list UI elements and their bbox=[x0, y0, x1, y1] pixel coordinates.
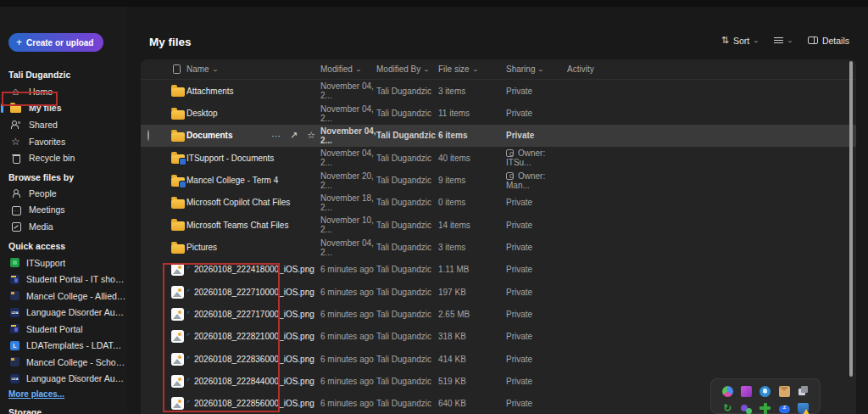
row-icon-cell bbox=[166, 130, 186, 142]
sharing-cell: Private bbox=[506, 288, 567, 297]
file-size-cell: 3 items bbox=[438, 243, 506, 252]
sharing-cell: Private bbox=[506, 377, 567, 386]
more-places-link[interactable]: More places... bbox=[8, 389, 64, 399]
modified-cell: November 04, 2... bbox=[320, 148, 376, 167]
file-size-cell: 6 items bbox=[438, 131, 506, 140]
file-name-label: 20260108_222418000_iOS.png bbox=[194, 265, 314, 274]
color-wheel-icon[interactable] bbox=[722, 386, 733, 397]
file-name: Microsoft Teams Chat Files bbox=[186, 221, 320, 230]
file-name-label: Mancel College - Term 4 bbox=[186, 176, 278, 185]
quick-access-item-language-disorder-austra[interactable]: LDALanguage Disorder Austra... bbox=[0, 371, 127, 388]
quick-access-item-ldatemplates-ldatempl[interactable]: LLDATemplates - LDATempl... bbox=[0, 338, 127, 355]
vertical-scrollbar[interactable] bbox=[849, 61, 853, 377]
row-icon-cell bbox=[166, 85, 186, 97]
site-navy-text-icon: LDA bbox=[10, 308, 19, 317]
column-header-sharing[interactable]: Sharing⌄ bbox=[506, 64, 567, 74]
contacts-icon[interactable] bbox=[741, 403, 752, 414]
table-row-20260108-222821000-ios-png[interactable]: →20260108_222821000_iOS.png6 minutes ago… bbox=[141, 326, 856, 348]
quick-access-list: ITSupportStudent Portal - IT shortcutMan… bbox=[0, 255, 127, 387]
copy-pages-icon[interactable] bbox=[798, 386, 809, 397]
file-list-panel: Name⌄ Modified⌄ Modified By⌄ File size⌄ … bbox=[141, 59, 856, 414]
share-icon[interactable]: ↗ bbox=[290, 130, 298, 141]
file-size-cell: 14 items bbox=[438, 221, 506, 230]
column-header-modified[interactable]: Modified⌄ bbox=[320, 64, 376, 74]
sidebar-item-people[interactable]: People bbox=[0, 185, 127, 202]
sharing-cell: Private bbox=[506, 243, 567, 252]
purple-app-icon[interactable] bbox=[741, 386, 752, 397]
file-name: Desktop bbox=[186, 109, 320, 118]
quick-access-item-mancel-college-school[interactable]: Mancel College - School ... bbox=[0, 354, 127, 371]
table-row-mancel-college-term-4[interactable]: Mancel College - Term 4November 20, 2...… bbox=[141, 169, 856, 191]
table-row-20260108-222836000-ios-png[interactable]: →20260108_222836000_iOS.png6 minutes ago… bbox=[141, 348, 856, 370]
health-plus-icon[interactable] bbox=[760, 403, 771, 414]
modified-by-cell: Tali Dugandzic bbox=[376, 198, 438, 207]
file-size-cell: 0 items bbox=[438, 198, 506, 207]
file-name-label: Desktop bbox=[186, 109, 218, 118]
sharing-label: Private bbox=[506, 87, 532, 96]
file-size-cell: 3 items bbox=[438, 87, 506, 96]
table-row-20260108-222717000-ios-png[interactable]: →20260108_222717000_iOS.png6 minutes ago… bbox=[141, 303, 856, 325]
row-icon-cell bbox=[166, 263, 186, 276]
table-row-desktop[interactable]: DesktopNovember 04, 2...Tali Dugandzic11… bbox=[141, 102, 856, 124]
sidebar-item-recycle-bin[interactable]: Recycle bin bbox=[0, 149, 127, 166]
row-checkbox[interactable] bbox=[147, 130, 149, 141]
table-row-attachments[interactable]: AttachmentsNovember 04, 2...Tali Dugandz… bbox=[141, 80, 856, 102]
table-row-documents[interactable]: Documents···↗☆November 04, 2...Tali Duga… bbox=[141, 125, 856, 147]
window-top-strip bbox=[0, 0, 868, 7]
chevron-down-icon: ⌄ bbox=[753, 37, 760, 44]
file-name: →20260108_222836000_iOS.png bbox=[186, 355, 320, 364]
user-name: Tali Dugandzic bbox=[8, 70, 70, 80]
site-green-icon bbox=[10, 258, 19, 267]
selected-indicator bbox=[1, 104, 3, 113]
folder-icon bbox=[171, 221, 185, 231]
modified-by-cell: Tali Dugandzic bbox=[376, 288, 438, 297]
sidebar-item-media[interactable]: Media bbox=[0, 218, 127, 235]
column-header-modified-by[interactable]: Modified By⌄ bbox=[376, 64, 438, 74]
file-type-column-header[interactable] bbox=[166, 64, 186, 74]
image-file-icon bbox=[171, 286, 184, 299]
chevron-down-icon: ⌄ bbox=[537, 66, 544, 73]
column-header-name[interactable]: Name⌄ bbox=[186, 64, 320, 74]
file-name: ITSupport - Documents bbox=[186, 154, 320, 163]
file-size-cell: 519 KB bbox=[438, 377, 506, 386]
table-row-20260108-222710000-ios-png[interactable]: →20260108_222710000_iOS.png6 minutes ago… bbox=[141, 281, 856, 303]
plus-icon: + bbox=[16, 36, 22, 48]
more-options-icon[interactable]: ··· bbox=[271, 131, 281, 141]
view-options-button[interactable]: ⌄ bbox=[774, 37, 793, 44]
quick-access-label: Mancel College - Allied H... bbox=[26, 291, 126, 301]
file-size-cell: 1.11 MB bbox=[438, 265, 506, 274]
quick-access-item-itsupport[interactable]: ITSupport bbox=[0, 255, 127, 271]
security-shield-warning-icon[interactable] bbox=[798, 403, 809, 414]
sidebar-item-favorites[interactable]: Favorites bbox=[0, 133, 127, 150]
table-row-microsoft-copilot-chat-files[interactable]: Microsoft Copilot Chat FilesNovember 18,… bbox=[141, 192, 856, 214]
file-name-label: ITSupport - Documents bbox=[186, 154, 274, 163]
details-button[interactable]: Details bbox=[808, 36, 849, 46]
table-row-pictures[interactable]: PicturesNovember 04, 2...Tali Dugandzic3… bbox=[141, 236, 856, 258]
table-row-itsupport-documents[interactable]: ITSupport - DocumentsNovember 04, 2...Ta… bbox=[141, 147, 856, 169]
quick-access-item-student-portal-it-shortcut[interactable]: Student Portal - IT shortcut bbox=[0, 271, 127, 288]
quick-access-item-language-disorder-austra[interactable]: LDALanguage Disorder Austra... bbox=[0, 305, 127, 322]
chevron-down-icon: ⌄ bbox=[355, 66, 362, 73]
sharing-label: Private bbox=[506, 332, 532, 341]
sort-button[interactable]: ⇅ Sort ⌄ bbox=[721, 35, 759, 46]
camera-app-icon[interactable] bbox=[760, 386, 771, 397]
column-header-file-size[interactable]: File size⌄ bbox=[438, 64, 506, 74]
sidebar-item-shared[interactable]: Shared bbox=[0, 116, 127, 133]
column-header-activity[interactable]: Activity bbox=[567, 64, 856, 74]
sync-icon[interactable] bbox=[722, 403, 733, 414]
modified-by-cell: Tali Dugandzic bbox=[376, 265, 438, 274]
row-icon-cell bbox=[166, 219, 186, 231]
quick-access-item-student-portal[interactable]: Student Portal bbox=[0, 321, 127, 338]
sidebar-item-meetings[interactable]: Meetings bbox=[0, 202, 127, 219]
zoom-icon[interactable] bbox=[779, 406, 790, 413]
sidebar-item-my-files[interactable]: My files bbox=[0, 100, 127, 117]
table-row-20260108-222418000-ios-png[interactable]: →20260108_222418000_iOS.png6 minutes ago… bbox=[141, 259, 856, 281]
toolbar: ⇅ Sort ⌄ ⌄ Details bbox=[721, 35, 849, 46]
quick-access-item-mancel-college-allied-h[interactable]: Mancel College - Allied H... bbox=[0, 288, 127, 305]
favorite-star-icon[interactable]: ☆ bbox=[307, 130, 315, 141]
mail-icon[interactable] bbox=[779, 386, 790, 397]
sidebar-item-home[interactable]: Home bbox=[0, 83, 127, 100]
quick-access-label: Mancel College - School ... bbox=[26, 357, 126, 367]
table-row-microsoft-teams-chat-files[interactable]: Microsoft Teams Chat FilesNovember 10, 2… bbox=[141, 214, 856, 236]
create-or-upload-button[interactable]: + Create or upload bbox=[8, 33, 103, 52]
